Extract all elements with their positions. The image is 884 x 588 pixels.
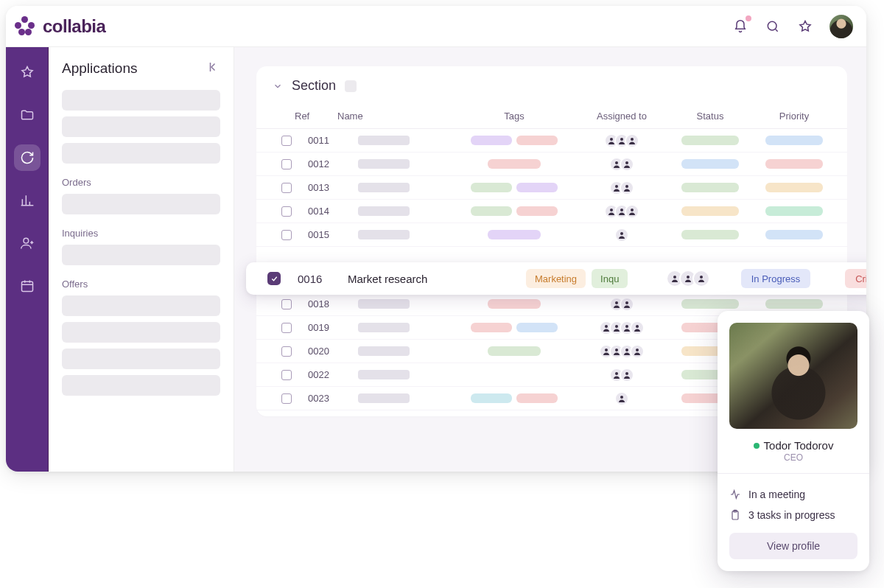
table-row-highlighted[interactable]: 0016 Market research Marketing Inqu In P… bbox=[246, 262, 866, 295]
side-group-label: Inquiries bbox=[62, 228, 220, 239]
rail-chart-icon[interactable] bbox=[14, 187, 41, 214]
logo-text: collabia bbox=[43, 16, 105, 37]
view-profile-button[interactable]: View profile bbox=[729, 533, 857, 559]
tag-pill bbox=[488, 299, 541, 309]
side-skeleton[interactable] bbox=[62, 90, 220, 111]
side-skeleton[interactable] bbox=[62, 375, 220, 396]
checkbox[interactable] bbox=[281, 370, 292, 380]
checkbox[interactable] bbox=[281, 136, 292, 146]
cell-assigned[interactable] bbox=[578, 344, 666, 359]
checkbox[interactable] bbox=[281, 393, 292, 404]
name-skeleton bbox=[358, 323, 410, 332]
cell-assigned[interactable] bbox=[578, 181, 666, 195]
svg-point-18 bbox=[615, 325, 618, 328]
cell-assigned[interactable] bbox=[578, 321, 666, 335]
side-skeleton[interactable] bbox=[62, 322, 220, 343]
activity-icon bbox=[729, 489, 741, 500]
tag-pill bbox=[516, 183, 558, 192]
checkbox[interactable] bbox=[281, 183, 292, 193]
table-row[interactable]: 0013 bbox=[256, 176, 847, 200]
rail-calendar-icon[interactable] bbox=[14, 273, 41, 299]
tag-pill bbox=[471, 206, 512, 216]
cell-status bbox=[670, 159, 750, 169]
checkbox[interactable] bbox=[281, 346, 292, 357]
name-skeleton bbox=[358, 136, 410, 145]
svg-point-25 bbox=[615, 372, 618, 375]
side-skeleton[interactable] bbox=[62, 194, 220, 214]
tag-chip[interactable]: Marketing bbox=[526, 269, 586, 288]
cell-assigned[interactable] bbox=[578, 157, 666, 172]
table-row[interactable]: 0012 bbox=[256, 153, 847, 176]
profile-tasks: 3 tasks in progress bbox=[748, 509, 835, 521]
collapse-icon[interactable] bbox=[207, 60, 220, 77]
cell-assigned[interactable] bbox=[654, 270, 722, 287]
cell-tags bbox=[455, 159, 573, 169]
section-count-skeleton bbox=[345, 80, 357, 92]
star-icon[interactable] bbox=[797, 18, 813, 35]
priority-pill bbox=[765, 230, 823, 239]
cell-status bbox=[670, 136, 750, 145]
logo-icon bbox=[15, 16, 35, 37]
tag-pill bbox=[471, 323, 512, 332]
svg-point-10 bbox=[610, 209, 613, 211]
avatar-mini bbox=[625, 133, 639, 148]
col-status: Status bbox=[670, 111, 750, 122]
priority-chip[interactable]: Critical bbox=[845, 269, 866, 288]
section-header[interactable]: Section bbox=[256, 78, 847, 104]
svg-point-22 bbox=[615, 349, 618, 351]
avatar-mini bbox=[620, 368, 634, 382]
cell-tags bbox=[455, 299, 573, 309]
svg-point-27 bbox=[620, 396, 623, 399]
cell-assigned[interactable] bbox=[578, 368, 666, 382]
tag-chip[interactable]: Inqu bbox=[592, 269, 628, 288]
side-skeleton[interactable] bbox=[62, 245, 220, 265]
side-skeleton[interactable] bbox=[62, 295, 220, 316]
side-skeleton[interactable] bbox=[62, 349, 220, 369]
topbar: collabia bbox=[6, 6, 866, 47]
logo[interactable]: collabia bbox=[15, 16, 105, 37]
cell-tags: Marketing Inqu bbox=[526, 269, 648, 288]
table-row[interactable]: 0014 bbox=[256, 200, 847, 223]
svg-point-5 bbox=[631, 138, 634, 141]
status-chip[interactable]: In Progress bbox=[741, 269, 810, 288]
rail-user-icon[interactable] bbox=[14, 230, 41, 256]
checkbox[interactable] bbox=[281, 206, 292, 217]
cell-assigned[interactable] bbox=[578, 228, 666, 242]
svg-rect-2 bbox=[21, 281, 32, 291]
bell-icon[interactable] bbox=[732, 18, 748, 35]
priority-pill bbox=[765, 206, 823, 216]
svg-point-3 bbox=[610, 138, 613, 141]
checkbox[interactable] bbox=[281, 230, 292, 240]
tag-pill bbox=[516, 136, 558, 145]
cell-assigned[interactable] bbox=[578, 391, 666, 406]
col-priority: Priority bbox=[754, 111, 834, 122]
table-row[interactable]: 0015 bbox=[256, 223, 847, 247]
checkbox[interactable] bbox=[281, 159, 292, 169]
avatar[interactable] bbox=[829, 15, 853, 38]
svg-point-15 bbox=[615, 301, 618, 304]
profile-tasks-line: 3 tasks in progress bbox=[729, 505, 857, 525]
svg-point-16 bbox=[625, 301, 628, 304]
cell-assigned[interactable] bbox=[578, 133, 666, 148]
profile-status-line: In a meeting bbox=[729, 484, 857, 505]
table-row[interactable]: 0011 bbox=[256, 129, 847, 153]
search-icon[interactable] bbox=[765, 18, 781, 35]
rail-star-icon[interactable] bbox=[14, 59, 41, 85]
cell-ref: 0012 bbox=[308, 158, 354, 169]
svg-point-29 bbox=[687, 276, 690, 279]
rail-folder-icon[interactable] bbox=[14, 102, 41, 128]
side-skeleton[interactable] bbox=[62, 116, 220, 137]
checkbox-checked[interactable] bbox=[267, 272, 281, 285]
tag-pill bbox=[516, 393, 558, 403]
side-skeleton[interactable] bbox=[62, 143, 220, 164]
checkbox[interactable] bbox=[281, 299, 292, 309]
cell-ref: 0013 bbox=[308, 182, 354, 193]
tag-pill bbox=[471, 136, 512, 145]
cell-assigned[interactable] bbox=[578, 204, 666, 219]
checkbox[interactable] bbox=[281, 323, 292, 333]
cell-assigned[interactable] bbox=[578, 297, 666, 312]
side-group-label: Orders bbox=[62, 177, 220, 188]
rail-refresh-icon[interactable] bbox=[14, 144, 41, 171]
col-tags: Tags bbox=[455, 111, 573, 122]
cell-ref: 0011 bbox=[308, 135, 354, 146]
